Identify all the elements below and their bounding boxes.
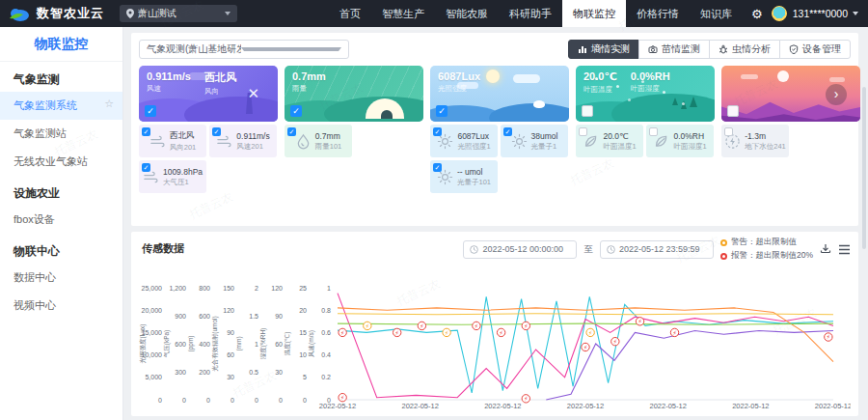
date-from-input[interactable]: 2022-05-12 00:00:00: [463, 240, 577, 259]
chip-label: 光量子101: [457, 178, 491, 187]
sensor-chip-风向201[interactable]: ✓西北风风向201: [139, 125, 206, 157]
nav-item-价格行情[interactable]: 价格行情: [626, 0, 690, 27]
download-icon[interactable]: [820, 243, 831, 255]
toolbar-button-虫情分析[interactable]: 虫情分析: [709, 40, 780, 59]
card-checkbox[interactable]: ✓: [290, 105, 302, 117]
chip-checkbox[interactable]: ✓: [142, 127, 150, 136]
toolbar-button-设备管理[interactable]: 设备管理: [779, 40, 851, 59]
sensor-chip-叶面温度1[interactable]: 20.0℃叶面温度1: [576, 125, 643, 157]
station-select-label: 气象观测(萧山基地研发用总站: [147, 42, 241, 56]
sidebar-item-fbox设备[interactable]: fbox设备: [0, 206, 122, 234]
chip-text: 1009.8hPa大气压1: [163, 167, 203, 187]
location-label: 萧山测试: [138, 7, 225, 20]
sensor-chip-风速201[interactable]: ✓0.911m/s风速201: [209, 125, 277, 157]
chip-checkbox[interactable]: [724, 127, 733, 136]
svg-text:⚡: ⚡: [524, 396, 528, 402]
chip-checkbox[interactable]: [579, 127, 587, 136]
card-value-label: 风向: [204, 87, 236, 97]
location-selector[interactable]: 萧山测试: [120, 5, 237, 22]
star-icon[interactable]: ☆: [104, 98, 114, 110]
sidebar-item-气象监测站[interactable]: 气象监测站: [0, 120, 122, 148]
axis-tick: 1: [327, 285, 331, 292]
chip-value: 38umol: [531, 131, 558, 141]
sensor-chip-光量子1[interactable]: ✓38umol光量子1: [501, 125, 568, 157]
sidebar-item-气象监测系统[interactable]: 气象监测系统☆: [0, 92, 122, 120]
chevron-down-icon: [853, 12, 858, 15]
nav-item-智能农服[interactable]: 智能农服: [435, 0, 499, 27]
chip-value: 1009.8hPa: [163, 167, 203, 177]
list-view-icon[interactable]: [838, 244, 851, 255]
chip-checkbox[interactable]: ✓: [433, 127, 442, 136]
axis-tick: 1: [255, 341, 258, 348]
sensor-card-leaf[interactable]: 20.0℃叶面温度0.0%RH叶面湿度: [576, 66, 715, 122]
alert-legend: 警告：超出限制值报警：超出限制值20%: [720, 237, 813, 262]
svg-text:⚡: ⚡: [395, 330, 399, 336]
sensor-card-wind[interactable]: ✕0.911m/s风速西北风风向✓: [139, 66, 278, 122]
card-checkbox[interactable]: [727, 105, 739, 117]
series-雨量: [338, 323, 833, 324]
sensor-chip-地下水位241[interactable]: -1.3m地下水位241: [721, 125, 789, 157]
chip-checkbox[interactable]: ✓: [433, 163, 442, 172]
alarm-marker-icon: ⚡: [670, 328, 678, 336]
wind-icon: [149, 133, 166, 150]
sensor-chip-大气压1[interactable]: ✓1009.8hPa大气压1: [139, 160, 206, 193]
x-axis-label: 2022-05-12: [484, 402, 521, 410]
vertical-scrollbar[interactable]: [862, 87, 866, 249]
axis-tick: 5,000: [145, 374, 162, 380]
nav-item-智慧生产[interactable]: 智慧生产: [371, 0, 435, 27]
sidebar-item-无线农业气象站[interactable]: 无线农业气象站: [0, 148, 122, 176]
sensor-chip-雨量101[interactable]: ✓0.7mm雨量101: [285, 125, 352, 157]
date-to-value: 2022-05-12 23:59:59: [619, 244, 700, 254]
alarm-marker-icon: ⚡: [473, 322, 480, 329]
toolbar-button-墒情实测[interactable]: 墒情实测: [568, 40, 639, 59]
sensor-chip-光量子101[interactable]: ✓-- umol光量子101: [430, 160, 498, 193]
chip-checkbox[interactable]: ✓: [503, 127, 512, 136]
card-decor: [690, 97, 697, 107]
bug-icon: [719, 44, 728, 54]
card-value: 6087Lux光照强度: [438, 70, 480, 94]
card-decor: [533, 100, 545, 108]
svg-text:⚡: ⚡: [588, 330, 592, 336]
chip-checkbox[interactable]: ✓: [142, 163, 150, 172]
x-axis-label: 2022-05-12: [319, 402, 356, 410]
chip-value: 0.7mm: [315, 131, 342, 141]
nav-item-知识库[interactable]: 知识库: [690, 0, 743, 27]
sensor-cards-row: › ✕0.911m/s风速西北风风向✓✓西北风风向201✓0.911m/s风速2…: [131, 63, 858, 193]
gear-icon[interactable]: ⚙: [751, 7, 763, 21]
chart-icon: [578, 44, 587, 54]
nav-menu: 首页智慧生产智能农服科研助手物联监控价格行情知识库: [329, 0, 743, 27]
sensor-chip-叶面湿度1[interactable]: 0.0%RH叶面湿度1: [646, 125, 714, 157]
chip-text: 西北风风向201: [170, 130, 197, 153]
toolbar-button-苗情监测[interactable]: 苗情监测: [638, 40, 710, 59]
sidebar-item-数据中心[interactable]: 数据中心: [0, 264, 122, 292]
sidebar-item-视频中心[interactable]: 视频中心: [0, 292, 122, 320]
sensor-card-light[interactable]: 6087Lux光照强度✓: [430, 66, 569, 122]
chip-checkbox[interactable]: ✓: [212, 127, 221, 136]
clock-icon: [607, 245, 615, 254]
nav-item-物联监控[interactable]: 物联监控: [562, 0, 626, 27]
axis-tick: 0.4: [321, 351, 331, 358]
sensor-chip-光照强度1[interactable]: ✓6087Lux光照强度1: [430, 125, 498, 157]
alarm-marker-icon: ⚡: [611, 337, 619, 345]
nav-item-首页[interactable]: 首页: [329, 0, 371, 27]
date-to-input[interactable]: 2022-05-12 23:59:59: [600, 240, 714, 259]
card-checkbox[interactable]: ✓: [145, 105, 156, 117]
axis-tick: 0: [303, 397, 307, 404]
chip-checkbox[interactable]: [649, 127, 658, 136]
axis-tick: 0: [231, 397, 234, 404]
card-checkbox[interactable]: ✓: [436, 105, 448, 117]
sensor-card-rain[interactable]: 0.7mm雨量✓: [285, 66, 423, 122]
sun-icon: [511, 133, 528, 150]
card-decor: [489, 103, 569, 122]
card-checkbox[interactable]: [582, 105, 593, 117]
axis-tick: 60: [275, 341, 283, 348]
station-select[interactable]: 气象观测(萧山基地研发用总站: [139, 40, 349, 59]
user-menu[interactable]: 131****0000: [772, 6, 868, 21]
chip-label: 叶面湿度1: [673, 142, 706, 152]
legend-row: 警告：超出限制值: [720, 237, 813, 248]
nav-item-科研助手[interactable]: 科研助手: [499, 0, 562, 27]
chip-text: 20.0℃叶面温度1: [603, 131, 636, 152]
card-decor: [681, 100, 687, 109]
chip-checkbox[interactable]: ✓: [287, 127, 296, 136]
cards-next-button[interactable]: ›: [826, 84, 847, 105]
